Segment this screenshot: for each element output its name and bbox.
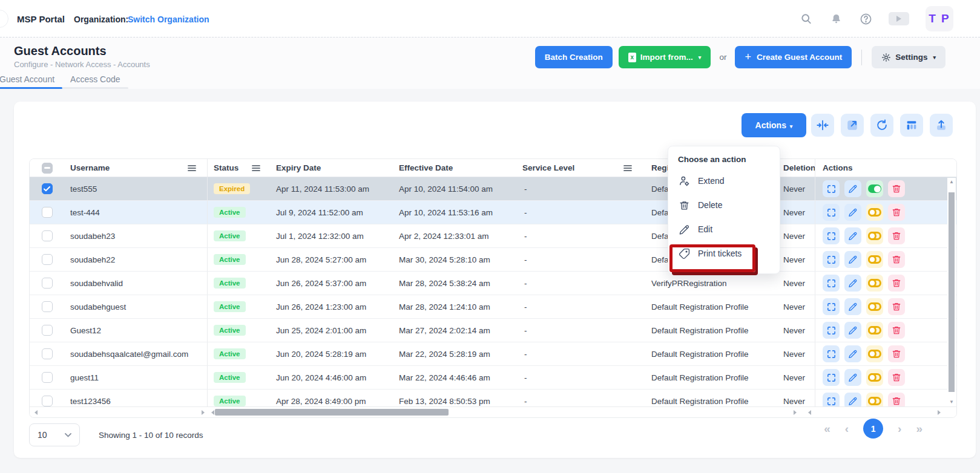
fullscreen-icon[interactable]	[823, 298, 840, 315]
horizontal-scrollbar-thumb[interactable]	[215, 409, 449, 416]
refresh-icon[interactable]	[870, 114, 893, 137]
vertical-scrollbar-thumb[interactable]	[949, 192, 955, 392]
row-checkbox[interactable]	[42, 372, 53, 383]
import-from-button[interactable]: x Import from...▾	[619, 46, 711, 68]
table-row[interactable]: soudabehguest Active Jun 26, 2024 1:23:0…	[30, 295, 956, 319]
table-row[interactable]: Guest12 Active Jun 25, 2024 2:01:00 am M…	[30, 319, 956, 342]
edit-pencil-icon[interactable]	[844, 227, 861, 244]
edit-pencil-icon[interactable]	[844, 180, 861, 197]
menu-item-edit[interactable]: Edit	[668, 217, 780, 241]
scroll-down-icon[interactable]: ▼	[949, 399, 954, 405]
scroll-right-icon[interactable]	[938, 410, 941, 415]
fullscreen-icon[interactable]	[823, 345, 840, 362]
fullscreen-icon[interactable]	[823, 322, 840, 339]
horizontal-scrollbars[interactable]	[30, 406, 956, 417]
vertical-scrollbar[interactable]: ▲ ▼	[947, 178, 956, 406]
row-checkbox[interactable]	[42, 278, 53, 289]
edit-pencil-icon[interactable]	[844, 345, 861, 362]
menu-item-delete[interactable]: Delete	[668, 193, 780, 217]
video-tutorial-icon[interactable]	[889, 12, 909, 25]
tab-guest-account[interactable]: Guest Account	[0, 74, 62, 89]
delete-trash-icon[interactable]	[888, 322, 905, 339]
settings-button[interactable]: Settings▾	[872, 46, 945, 68]
fullscreen-icon[interactable]	[823, 251, 840, 268]
enable-toggle-icon[interactable]	[866, 345, 883, 362]
edit-pencil-icon[interactable]	[844, 322, 861, 339]
delete-trash-icon[interactable]	[888, 204, 905, 221]
row-checkbox[interactable]	[42, 183, 53, 194]
delete-trash-icon[interactable]	[888, 275, 905, 292]
fullscreen-icon[interactable]	[823, 180, 840, 197]
enable-toggle-icon[interactable]	[866, 227, 883, 244]
current-page-button[interactable]: 1	[863, 419, 883, 439]
enable-toggle-icon[interactable]	[866, 322, 883, 339]
scroll-right-icon[interactable]	[794, 410, 797, 415]
table-row[interactable]: test-444 Active Jul 9, 2024 11:52:00 am …	[30, 201, 956, 224]
row-checkbox[interactable]	[42, 396, 53, 406]
enable-toggle-icon[interactable]	[866, 275, 883, 292]
scroll-up-icon[interactable]: ▲	[949, 179, 954, 184]
enable-toggle-icon[interactable]	[866, 298, 883, 315]
edit-pencil-icon[interactable]	[844, 251, 861, 268]
enable-toggle-icon[interactable]	[866, 369, 883, 386]
menu-item-print-tickets[interactable]: Print tickets	[668, 241, 780, 266]
actions-dropdown-button[interactable]: Actions ▾	[742, 113, 806, 137]
row-checkbox[interactable]	[42, 325, 53, 336]
scroll-left-icon[interactable]	[211, 410, 214, 415]
sidebar-collapse-handle[interactable]	[0, 10, 8, 28]
expand-icon[interactable]	[841, 114, 864, 137]
delete-trash-icon[interactable]	[888, 180, 905, 197]
table-row[interactable]: test555 Expired Apr 11, 2024 11:53:00 am…	[30, 177, 956, 201]
table-row[interactable]: soudabehvalid Active Jun 26, 2024 5:37:0…	[30, 272, 956, 295]
enable-toggle-icon[interactable]	[866, 180, 883, 197]
next-page-button[interactable]: ›	[898, 423, 901, 434]
column-menu-icon[interactable]	[188, 165, 196, 172]
fullscreen-icon[interactable]	[823, 204, 840, 221]
organization-link[interactable]: Switch Organization	[128, 15, 209, 24]
last-page-button[interactable]: »	[916, 423, 922, 434]
delete-trash-icon[interactable]	[888, 251, 905, 268]
fit-columns-icon[interactable]	[811, 114, 834, 137]
row-checkbox[interactable]	[42, 230, 53, 241]
scroll-right-icon[interactable]	[202, 410, 205, 415]
fullscreen-icon[interactable]	[823, 275, 840, 292]
fullscreen-icon[interactable]	[823, 369, 840, 386]
table-row[interactable]: soudabeh23 Active Jul 1, 2024 12:32:00 a…	[30, 224, 956, 248]
enable-toggle-icon[interactable]	[866, 204, 883, 221]
user-avatar[interactable]: T P	[926, 6, 953, 31]
page-size-select[interactable]: 10	[29, 423, 80, 446]
table-row[interactable]: soudabehsqaalcatel@gmail.com Active Jun …	[30, 342, 956, 366]
search-icon[interactable]	[800, 12, 813, 25]
delete-trash-icon[interactable]	[888, 369, 905, 386]
tab-access-code[interactable]: Access Code	[62, 74, 128, 89]
delete-trash-icon[interactable]	[888, 227, 905, 244]
columns-icon[interactable]	[900, 114, 923, 137]
delete-trash-icon[interactable]	[888, 298, 905, 315]
edit-pencil-icon[interactable]	[844, 275, 861, 292]
scroll-left-icon[interactable]	[808, 410, 811, 415]
fullscreen-icon[interactable]	[823, 227, 840, 244]
row-checkbox[interactable]	[42, 254, 53, 265]
enable-toggle-icon[interactable]	[866, 251, 883, 268]
help-icon[interactable]	[859, 12, 872, 25]
table-row[interactable]: soudabeh22 Active Jun 28, 2024 5:27:00 a…	[30, 248, 956, 272]
first-page-button[interactable]: «	[824, 423, 830, 434]
menu-item-extend[interactable]: Extend	[668, 169, 780, 193]
column-menu-icon[interactable]	[623, 165, 632, 172]
prev-page-button[interactable]: ‹	[845, 423, 849, 434]
table-row[interactable]: guest11 Active Jun 20, 2024 4:46:00 am M…	[30, 366, 956, 390]
row-checkbox[interactable]	[42, 348, 53, 359]
row-checkbox[interactable]	[42, 301, 53, 312]
column-menu-icon[interactable]	[252, 165, 260, 172]
edit-pencil-icon[interactable]	[844, 369, 861, 386]
create-guest-account-button[interactable]: + Create Guest Account	[735, 46, 852, 68]
export-icon[interactable]	[930, 114, 953, 137]
edit-pencil-icon[interactable]	[844, 298, 861, 315]
row-checkbox[interactable]	[42, 207, 53, 218]
notifications-bell-icon[interactable]	[829, 12, 843, 25]
edit-pencil-icon[interactable]	[844, 204, 861, 221]
batch-creation-button[interactable]: Batch Creation	[535, 46, 613, 68]
delete-trash-icon[interactable]	[888, 345, 905, 362]
select-all-checkbox[interactable]	[42, 163, 53, 174]
scroll-left-icon[interactable]	[35, 410, 38, 415]
